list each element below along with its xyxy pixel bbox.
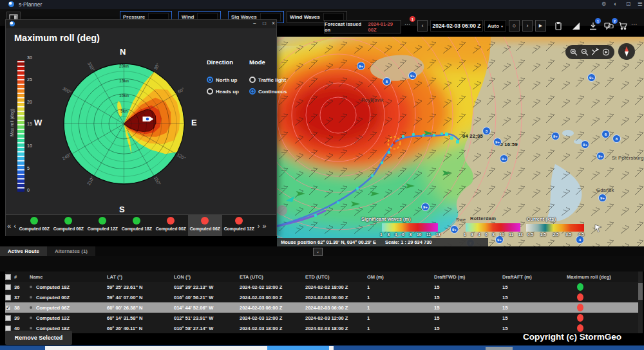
status-dot-green <box>133 217 140 225</box>
time-step-back-button[interactable]: ‹ <box>417 20 428 32</box>
panel-expand-icon[interactable]: ⌄ <box>313 248 323 256</box>
compass-rose-icon[interactable] <box>618 43 635 60</box>
waypoint-badge[interactable]: 9+ <box>581 140 589 149</box>
waypoint-badge[interactable]: 9+ <box>587 73 596 82</box>
table-scrollbar-track[interactable] <box>638 272 643 333</box>
waypoint-badge[interactable]: 9+ <box>493 138 502 146</box>
close-icon[interactable]: × <box>272 20 275 26</box>
table-row[interactable]: 39 Computed 12Z 60° 14' 31.58" N012° 51'… <box>5 313 639 324</box>
table-row[interactable]: 37 Computed 00Z 59° 44' 07.00" N016° 40'… <box>5 292 639 303</box>
angle-label: 30° <box>153 62 160 71</box>
waypoint-badge[interactable]: 3 <box>482 127 491 135</box>
time-mode-dropdown[interactable]: Auto▾ <box>484 20 506 32</box>
radio-north-up[interactable]: North up <box>207 73 237 84</box>
waypoint-badge[interactable]: 9+ <box>408 71 417 80</box>
computed-item[interactable]: Computed 00Z <box>17 215 52 236</box>
angle-label: 60° <box>177 87 185 94</box>
direction-header: Direction <box>207 59 233 66</box>
row-checkbox[interactable] <box>5 284 11 290</box>
angle-label: 240° <box>61 152 71 161</box>
toolbar-overflow-icon[interactable]: ⋯ <box>631 21 638 28</box>
status-dot-red <box>235 217 243 225</box>
waypoint-eta-label-1: 04 22:35 <box>462 133 483 139</box>
waves-colorbar-2-ticks: 13468101113 <box>464 232 523 237</box>
maximize-icon[interactable]: □ <box>263 20 266 26</box>
map-label-reykjavik: Reykjavik <box>361 97 384 103</box>
time-stop-button[interactable]: ○ <box>509 20 520 32</box>
strip-next-icon[interactable]: › <box>256 222 261 230</box>
waypoint-badge[interactable]: 8 <box>612 134 621 143</box>
tab-active-route[interactable]: Active Route <box>0 246 47 256</box>
waypoint-badge[interactable]: 6 <box>601 130 610 138</box>
waypoint-badge[interactable]: 9+ <box>500 154 508 163</box>
computed-item[interactable]: Computed 18Z <box>120 215 154 236</box>
cart-icon[interactable] <box>618 21 627 30</box>
mode-header: Mode <box>249 59 265 66</box>
gear-icon[interactable]: ⚙ <box>601 1 607 7</box>
fit-route-icon[interactable] <box>591 48 599 56</box>
radio-continuous[interactable]: Continuous <box>249 84 287 96</box>
row-marker-icon <box>30 286 32 288</box>
angle-label: 120° <box>176 152 187 161</box>
waypoint-badge[interactable]: 9+ <box>421 203 430 211</box>
grid-icon[interactable]: ⊡ <box>626 1 630 7</box>
zoom-in-icon[interactable] <box>570 48 578 56</box>
row-checkbox-checked[interactable] <box>5 305 11 311</box>
locate-icon[interactable] <box>602 48 610 56</box>
map-scale-readout: Scale: 1 : 29 634 730 <box>385 239 432 245</box>
contrast-icon[interactable]: ◐ <box>614 1 617 7</box>
roll-colorbar <box>17 60 24 192</box>
waypoint-badge[interactable]: 9+ <box>596 152 605 160</box>
ring-label: 5kn <box>120 109 128 113</box>
os-taskbar[interactable] <box>0 345 644 350</box>
row-checkbox[interactable] <box>5 295 11 300</box>
forecast-overflow-icon[interactable]: ⋯ <box>404 21 412 28</box>
roll-window-titlebar[interactable]: − □ × <box>6 20 276 28</box>
computed-item-selected[interactable]: Computed 06Z <box>188 215 222 236</box>
strip-first-icon[interactable]: « <box>6 222 12 230</box>
roll-window-title: Maximum roll (deg) <box>14 33 100 43</box>
zoom-out-icon[interactable] <box>581 48 589 56</box>
strip-prev-icon[interactable]: ‹ <box>12 222 17 230</box>
computed-item[interactable]: Computed 12Z <box>222 215 256 236</box>
menu-icon[interactable]: ☰ <box>638 1 643 7</box>
map-cluster-button[interactable] <box>277 205 287 216</box>
table-scrollbar-thumb[interactable] <box>638 283 643 300</box>
app-title: s-Planner <box>19 1 42 8</box>
select-all-checkbox[interactable] <box>5 274 11 280</box>
radio-heads-up[interactable]: Heads up <box>207 84 239 96</box>
tab-alternates[interactable]: Alternates (1) <box>47 246 95 256</box>
waypoint-badge[interactable]: 9+ <box>551 132 560 140</box>
radio-traffic-light[interactable]: Traffic light <box>249 73 286 84</box>
computed-item[interactable]: Computed 06Z <box>52 215 86 236</box>
maximum-roll-window: − □ × Maximum roll (deg) 302520151050 Ma… <box>5 19 277 236</box>
computed-item[interactable]: Computed 00Z <box>154 215 188 236</box>
clipboard-icon[interactable] <box>554 21 563 30</box>
row-checkbox[interactable] <box>5 315 11 321</box>
roll-status-dot-red <box>577 324 583 332</box>
table-row[interactable]: 36 Computed 18Z 59° 25' 23.61" N018° 39'… <box>5 282 639 293</box>
roll-status-dot-red <box>577 314 583 322</box>
weather-map[interactable]: Reykjavik Rotterdam Gdansk St Petersburg… <box>277 37 644 246</box>
computed-item[interactable]: Computed 12Z <box>86 215 120 236</box>
remove-selected-button[interactable]: Remove Selected <box>5 331 72 345</box>
waypoint-badge[interactable]: 9+ <box>357 62 365 70</box>
time-step-forward-button[interactable]: › <box>522 20 533 32</box>
waypoint-badge[interactable]: 8 <box>383 77 391 86</box>
waypoint-badge[interactable]: 9+ <box>598 194 607 202</box>
taskbar-item[interactable] <box>486 347 513 350</box>
delta-triangle-icon[interactable] <box>572 22 580 30</box>
table-row-selected[interactable]: 38 Computed 06Z 60° 00' 26.38" N014° 44'… <box>5 302 639 313</box>
angle-label: 150° <box>153 176 162 186</box>
current-datetime-display[interactable]: 2024-02-03 06:00 Z <box>430 20 483 32</box>
ring-label: 20kn <box>119 64 129 68</box>
status-dot-red <box>201 217 209 225</box>
strip-last-icon[interactable]: » <box>261 222 267 230</box>
minimize-icon[interactable]: − <box>253 20 256 26</box>
roll-status-dot-red <box>577 293 583 301</box>
app-logo-icon <box>8 1 14 7</box>
time-play-button[interactable]: ▶ <box>535 20 546 32</box>
waves-legend-title: Significant waves (m) <box>361 216 411 222</box>
map-status-bar: Mouse position 62° 01.30' N, 034° 00.29'… <box>277 238 488 246</box>
waypoint-badge[interactable]: 9+ <box>450 225 459 234</box>
